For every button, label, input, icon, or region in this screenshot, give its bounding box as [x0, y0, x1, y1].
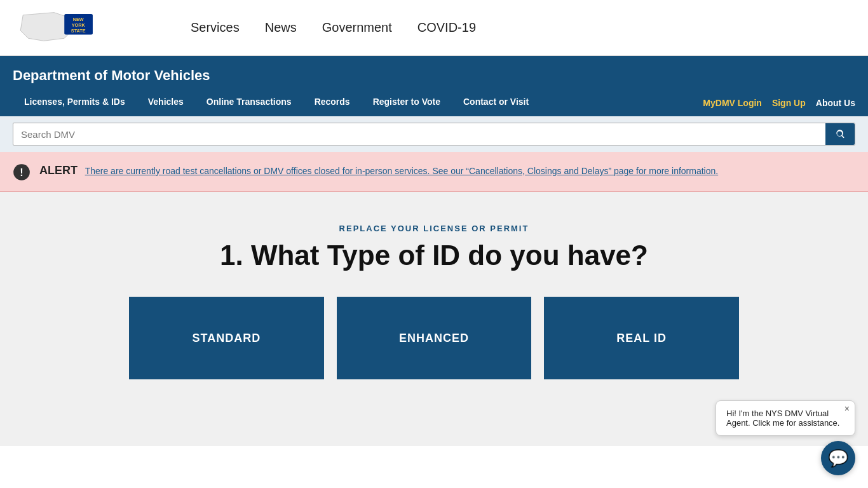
search-input-wrap [13, 123, 855, 146]
top-nav: NEW YORK STATE Services News Government … [0, 0, 868, 56]
dmv-nav-left: Licenses, Permits & IDs Vehicles Online … [13, 89, 703, 116]
main-question: 1. What Type of ID do you have? [220, 240, 648, 271]
dmv-nav-records[interactable]: Records [303, 89, 362, 116]
svg-text:STATE: STATE [71, 28, 86, 34]
chat-icon: 💬 [828, 449, 848, 468]
search-button[interactable] [825, 123, 855, 145]
about-us-link[interactable]: About Us [816, 98, 855, 108]
chat-close-button[interactable]: × [844, 403, 850, 414]
dmv-nav-online-transactions[interactable]: Online Transactions [195, 89, 303, 116]
nav-news[interactable]: News [265, 20, 297, 35]
alert-link[interactable]: There are currently road test cancellati… [85, 166, 719, 176]
dmv-nav-vehicles[interactable]: Vehicles [137, 89, 195, 116]
dmv-nav-register-vote[interactable]: Register to Vote [362, 89, 452, 116]
dmv-title: Department of Motor Vehicles [13, 62, 855, 89]
logo-area[interactable]: NEW YORK STATE [13, 9, 165, 47]
dmv-nav-contact-visit[interactable]: Contact or Visit [452, 89, 540, 116]
dmv-header: Department of Motor Vehicles Licenses, P… [0, 56, 868, 116]
search-input[interactable] [13, 124, 825, 145]
search-icon [834, 128, 846, 140]
dmv-nav: Licenses, Permits & IDs Vehicles Online … [13, 89, 855, 116]
id-options: Standard Enhanced REAL ID [129, 297, 739, 379]
chat-bubble: × Hi! I'm the NYS DMV Virtual Agent. Cli… [715, 400, 855, 436]
alert-label: ALERT [39, 164, 78, 177]
alert-text-wrap: ALERT There are currently road test canc… [39, 162, 718, 179]
dmv-nav-licenses[interactable]: Licenses, Permits & IDs [13, 89, 137, 116]
nav-services[interactable]: Services [191, 20, 240, 35]
mydmv-login-link[interactable]: MyDMV Login [703, 98, 762, 108]
svg-text:NEW: NEW [73, 17, 84, 22]
svg-text:YORK: YORK [72, 22, 86, 28]
svg-text:!: ! [20, 166, 23, 178]
top-nav-links: Services News Government COVID-19 [165, 20, 855, 35]
id-option-standard[interactable]: Standard [129, 297, 324, 379]
alert-bar: ! ALERT There are currently road test ca… [0, 152, 868, 192]
id-option-real-id[interactable]: REAL ID [544, 297, 739, 379]
nys-logo: NEW YORK STATE [13, 9, 95, 47]
chat-open-button[interactable]: 💬 [821, 441, 855, 475]
step-label: REPLACE YOUR LICENSE OR PERMIT [339, 224, 529, 233]
id-option-enhanced[interactable]: Enhanced [337, 297, 532, 379]
chat-bubble-text: Hi! I'm the NYS DMV Virtual Agent. Click… [726, 409, 839, 428]
nav-government[interactable]: Government [322, 20, 392, 35]
sign-up-link[interactable]: Sign Up [772, 98, 806, 108]
search-bar [0, 116, 868, 152]
dmv-nav-right: MyDMV Login Sign Up About Us [703, 89, 855, 116]
alert-icon: ! [13, 163, 31, 181]
chat-widget: × Hi! I'm the NYS DMV Virtual Agent. Cli… [715, 400, 855, 475]
nav-covid19[interactable]: COVID-19 [417, 20, 476, 35]
